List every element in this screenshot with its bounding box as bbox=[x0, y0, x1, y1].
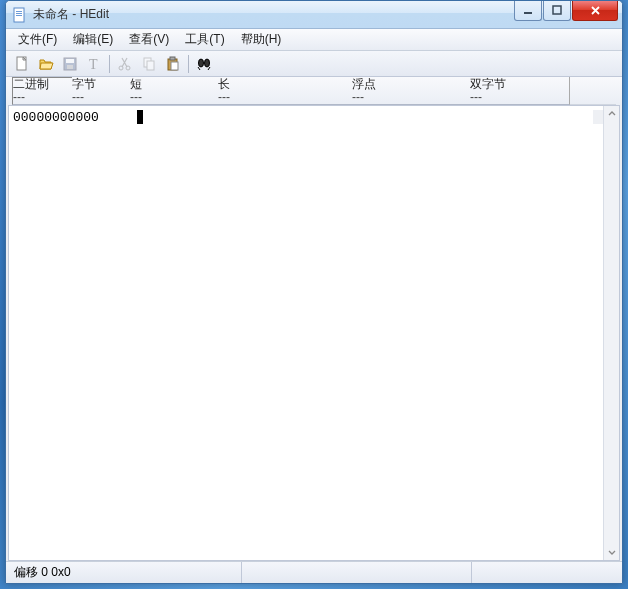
cut-button[interactable] bbox=[114, 53, 136, 75]
paste-icon bbox=[165, 56, 181, 72]
new-file-icon bbox=[14, 56, 30, 72]
header-spacer bbox=[570, 77, 616, 105]
window-title: 未命名 - HEdit bbox=[33, 6, 513, 23]
offset-text: 00000000000 bbox=[13, 110, 99, 125]
svg-rect-14 bbox=[147, 61, 154, 70]
col-byte-value: --- bbox=[72, 91, 130, 104]
svg-rect-9 bbox=[67, 65, 73, 69]
col-byte: 字节 --- bbox=[72, 77, 130, 105]
status-mid bbox=[242, 562, 472, 583]
save-button[interactable] bbox=[59, 53, 81, 75]
find-icon bbox=[196, 56, 212, 72]
new-button[interactable] bbox=[11, 53, 33, 75]
paste-button[interactable] bbox=[162, 53, 184, 75]
col-long-label: 长 bbox=[218, 78, 352, 91]
col-float-value: --- bbox=[352, 91, 470, 104]
open-folder-icon bbox=[38, 56, 54, 72]
app-window: 未命名 - HEdit 文件(F) 编辑(E) 查看(V) 工具(T) 帮助(H… bbox=[5, 0, 623, 584]
col-long-value: --- bbox=[218, 91, 352, 104]
save-icon bbox=[62, 56, 78, 72]
svg-point-11 bbox=[119, 66, 123, 70]
toolbar: T bbox=[6, 51, 622, 77]
col-float: 浮点 --- bbox=[352, 77, 470, 105]
find-button[interactable] bbox=[193, 53, 215, 75]
text-icon: T bbox=[86, 56, 102, 72]
svg-text:T: T bbox=[89, 57, 98, 72]
data-header-row: 二进制 --- 字节 --- 短 --- 长 --- 浮点 --- 双字节 --… bbox=[6, 77, 622, 105]
scroll-up-button[interactable] bbox=[604, 106, 620, 122]
ascii-gutter bbox=[593, 110, 603, 124]
menu-help[interactable]: 帮助(H) bbox=[233, 29, 290, 50]
col-short: 短 --- bbox=[130, 77, 218, 105]
status-offset: 偏移 0 0x0 bbox=[6, 562, 242, 583]
col-dbyte-label: 双字节 bbox=[470, 78, 569, 91]
menu-tools[interactable]: 工具(T) bbox=[177, 29, 232, 50]
col-dbyte: 双字节 --- bbox=[470, 77, 570, 105]
menu-edit[interactable]: 编辑(E) bbox=[65, 29, 121, 50]
menu-view[interactable]: 查看(V) bbox=[121, 29, 177, 50]
chevron-up-icon bbox=[608, 110, 616, 118]
cut-icon bbox=[117, 56, 133, 72]
col-binary: 二进制 --- bbox=[12, 77, 72, 105]
col-short-value: --- bbox=[130, 91, 218, 104]
app-icon bbox=[12, 7, 28, 23]
status-bar: 偏移 0 0x0 bbox=[6, 561, 622, 583]
svg-rect-17 bbox=[171, 62, 178, 70]
svg-point-19 bbox=[205, 59, 210, 67]
chevron-down-icon bbox=[608, 548, 616, 556]
open-button[interactable] bbox=[35, 53, 57, 75]
svg-rect-3 bbox=[16, 15, 22, 16]
toolbar-separator bbox=[109, 55, 110, 73]
status-last bbox=[472, 562, 622, 583]
text-cursor bbox=[137, 110, 143, 124]
svg-rect-2 bbox=[16, 13, 22, 14]
svg-rect-1 bbox=[16, 11, 22, 12]
svg-rect-4 bbox=[524, 12, 532, 14]
col-dbyte-value: --- bbox=[470, 91, 569, 104]
content-area: 00000000000 bbox=[8, 105, 620, 561]
title-bar[interactable]: 未命名 - HEdit bbox=[6, 1, 622, 29]
toolbar-separator bbox=[188, 55, 189, 73]
col-binary-value: --- bbox=[13, 91, 72, 104]
minimize-button[interactable] bbox=[514, 1, 542, 21]
scroll-down-button[interactable] bbox=[604, 544, 620, 560]
svg-rect-5 bbox=[553, 6, 561, 14]
menu-bar: 文件(F) 编辑(E) 查看(V) 工具(T) 帮助(H) bbox=[6, 29, 622, 51]
hex-editor[interactable]: 00000000000 bbox=[9, 106, 603, 560]
col-short-label: 短 bbox=[130, 78, 218, 91]
vertical-scrollbar[interactable] bbox=[603, 106, 619, 560]
copy-button[interactable] bbox=[138, 53, 160, 75]
svg-rect-16 bbox=[170, 57, 175, 60]
copy-icon bbox=[141, 56, 157, 72]
svg-point-12 bbox=[126, 66, 130, 70]
svg-point-18 bbox=[199, 59, 204, 67]
col-long: 长 --- bbox=[218, 77, 352, 105]
close-button[interactable] bbox=[572, 1, 618, 21]
menu-file[interactable]: 文件(F) bbox=[10, 29, 65, 50]
col-float-label: 浮点 bbox=[352, 78, 470, 91]
svg-rect-8 bbox=[66, 59, 74, 63]
maximize-button[interactable] bbox=[543, 1, 571, 21]
text-button[interactable]: T bbox=[83, 53, 105, 75]
col-byte-label: 字节 bbox=[72, 78, 130, 91]
